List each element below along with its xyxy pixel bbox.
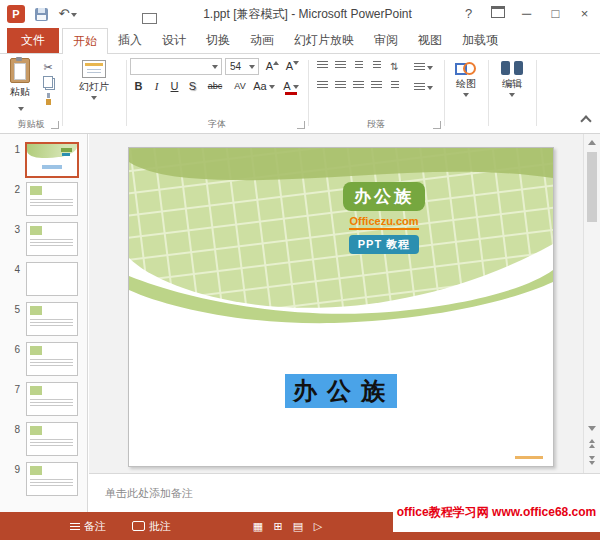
slide-thumbnail-4[interactable]	[26, 262, 78, 296]
bullets-button[interactable]	[314, 59, 331, 75]
selected-slide-text[interactable]: 办公族	[285, 374, 397, 408]
change-case-button[interactable]: Aa	[252, 78, 276, 95]
slide-thumbnail-6[interactable]	[26, 342, 78, 376]
tab-design[interactable]: 设计	[152, 28, 196, 53]
font-dialog-launcher[interactable]	[297, 121, 305, 129]
shrink-font-button[interactable]: A	[284, 58, 301, 75]
collapse-ribbon-button[interactable]	[582, 117, 590, 125]
thumbnail-preview	[27, 183, 77, 215]
tab-home[interactable]: 开始	[62, 28, 108, 54]
increase-indent-button[interactable]	[368, 59, 385, 75]
undo-button[interactable]: ↶	[54, 4, 82, 24]
font-name-combobox[interactable]	[130, 58, 222, 75]
slides-dropdown-icon	[91, 96, 97, 100]
slide-thumbnail-1[interactable]	[25, 142, 79, 178]
editing-button[interactable]: 编辑	[490, 59, 534, 97]
paragraph-dialog-launcher[interactable]	[433, 121, 441, 129]
slide-thumbnail-9[interactable]	[26, 462, 78, 496]
tab-file[interactable]: 文件	[7, 28, 59, 53]
slide-page[interactable]: 办公族 Officezu.com PPT 教程 办公族	[128, 147, 554, 467]
previous-slide-icon	[589, 439, 595, 443]
undo-dropdown-icon[interactable]	[71, 13, 77, 17]
previous-slide-button[interactable]	[584, 438, 600, 455]
line-spacing-button[interactable]: ⇅	[386, 59, 403, 75]
text-shadow-button[interactable]: S	[184, 78, 201, 95]
comments-icon	[132, 521, 145, 531]
tab-review[interactable]: 审阅	[364, 28, 408, 53]
view-reading-button[interactable]: ▤	[288, 512, 308, 540]
comments-toggle-button[interactable]: 批注	[132, 512, 171, 540]
view-normal-button[interactable]: ▦	[248, 512, 268, 540]
strikethrough-button[interactable]: abc	[202, 78, 228, 95]
slide-thumbnail-3[interactable]	[26, 222, 78, 256]
font-size-combobox[interactable]: 54	[225, 58, 259, 75]
convert-smartart-button[interactable]	[408, 79, 438, 95]
font-size-value: 54	[230, 60, 241, 74]
align-left-button[interactable]	[314, 79, 331, 95]
tab-view[interactable]: 视图	[408, 28, 452, 53]
slide-thumbnail-8[interactable]	[26, 422, 78, 456]
align-right-button[interactable]	[350, 79, 367, 95]
underline-button[interactable]: U	[166, 78, 183, 95]
undo-icon: ↶	[59, 6, 70, 21]
ribbon-display-options-button[interactable]	[483, 0, 512, 28]
slide-thumbnail-7[interactable]	[26, 382, 78, 416]
view-slide-sorter-button[interactable]: ⊞	[268, 512, 288, 540]
align-center-button[interactable]	[332, 79, 349, 95]
notes-toggle-button[interactable]: 备注	[70, 512, 106, 540]
vertical-scrollbar[interactable]	[583, 134, 600, 473]
editing-dropdown-icon	[509, 93, 515, 97]
paste-button[interactable]: 粘贴	[5, 57, 35, 117]
slide-editing-area[interactable]: 办公族 Officezu.com PPT 教程 办公族	[89, 134, 583, 473]
font-size-dropdown-icon[interactable]	[249, 65, 255, 69]
view-slideshow-button[interactable]: ▷	[308, 512, 328, 540]
notes-icon	[70, 523, 80, 531]
help-button[interactable]: ?	[454, 0, 483, 28]
watermark-text: office教程学习网 www.office68.com	[397, 504, 597, 521]
scrollbar-thumb[interactable]	[587, 152, 597, 222]
cut-button[interactable]: ✂	[38, 59, 58, 76]
tab-insert[interactable]: 插入	[108, 28, 152, 53]
logo-site-text: Officezu.com	[349, 215, 418, 230]
line-spacing-icon: ⇅	[390, 61, 398, 72]
font-name-dropdown-icon[interactable]	[212, 65, 218, 69]
columns-button[interactable]	[386, 79, 403, 95]
character-spacing-button[interactable]: AV	[230, 78, 250, 95]
notes-placeholder[interactable]: 单击此处添加备注	[105, 486, 193, 501]
numbering-button[interactable]	[332, 59, 349, 75]
format-painter-icon	[46, 93, 51, 105]
maximize-button[interactable]: □	[541, 0, 570, 28]
drawing-button[interactable]: 绘图	[446, 59, 486, 97]
save-button[interactable]	[31, 4, 51, 27]
justify-button[interactable]	[368, 79, 385, 95]
paste-dropdown-icon[interactable]	[18, 107, 24, 111]
italic-button[interactable]: I	[148, 78, 165, 95]
paste-icon	[10, 58, 30, 83]
start-slideshow-button[interactable]	[139, 4, 159, 30]
scroll-down-button[interactable]	[584, 420, 600, 437]
close-button[interactable]: ×	[570, 0, 599, 28]
text-direction-button[interactable]	[408, 59, 438, 75]
bullets-icon	[317, 61, 328, 70]
tab-slideshow[interactable]: 幻灯片放映	[284, 28, 364, 53]
clipboard-dialog-launcher[interactable]	[51, 121, 59, 129]
decrease-indent-button[interactable]	[350, 59, 367, 75]
slide-thumbnail-5[interactable]	[26, 302, 78, 336]
slide-footer-mark	[515, 456, 543, 459]
minimize-button[interactable]: ─	[512, 0, 541, 28]
scroll-up-button[interactable]	[584, 134, 600, 151]
new-slide-button[interactable]: 幻灯片	[64, 59, 124, 100]
font-color-button[interactable]: A	[278, 78, 304, 95]
powerpoint-app-icon[interactable]: P	[7, 5, 25, 23]
tab-animations[interactable]: 动画	[240, 28, 284, 53]
title-bar: P ↶ 1.ppt [兼容模式] - Microsoft PowerPoint …	[0, 0, 600, 28]
next-slide-button[interactable]	[584, 455, 600, 472]
tab-addins[interactable]: 加载项	[452, 28, 508, 53]
grow-font-button[interactable]: A	[264, 58, 281, 75]
bold-button[interactable]: B	[130, 78, 147, 95]
slide-thumbnail-2[interactable]	[26, 182, 78, 216]
tab-transitions[interactable]: 切换	[196, 28, 240, 53]
format-painter-button[interactable]	[38, 93, 58, 110]
align-right-icon	[353, 81, 364, 90]
copy-button[interactable]	[38, 76, 58, 93]
